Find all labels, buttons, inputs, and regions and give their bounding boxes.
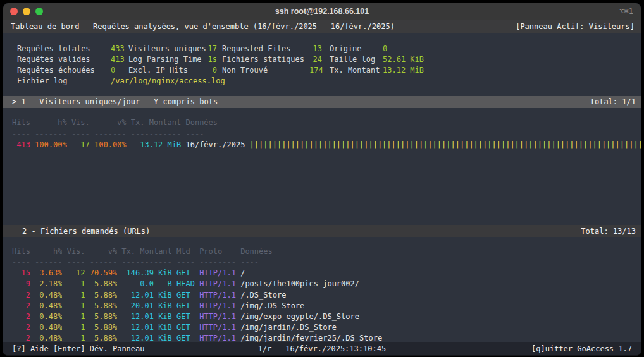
stat-label: Non Trouvé: [222, 66, 309, 75]
stat-value: 0: [111, 66, 128, 75]
col-vis: Vis.: [67, 247, 85, 256]
active-panel-indicator: [Panneau Actif: Visiteurs]: [516, 22, 635, 31]
visitors-cell: 1: [67, 279, 85, 288]
stat-label: Requêtes valides: [17, 55, 111, 64]
zoom-button[interactable]: [35, 8, 43, 15]
tx-amount-cell: 13.12 MiB: [131, 140, 181, 149]
quit-hint: [q]uitter GoAccess 1.7: [531, 344, 632, 353]
stat-value: 13: [309, 44, 322, 53]
stat-label: Origine: [330, 44, 383, 53]
stat-value: 24: [309, 55, 322, 64]
col-tx: Tx. Montant: [131, 118, 181, 127]
dashboard-header: Tableau de bord - Requêtes analysées, vu…: [3, 20, 641, 33]
visitors-percent-cell: 100.00%: [94, 140, 127, 149]
table-row: 9 2.18% 1 5.88% 0.0 B HEAD HTTP/1.1 /pos…: [3, 279, 641, 289]
hits-percent-cell: 0.48%: [35, 312, 62, 321]
url-cell: /img/expo-egypte/.DS_Store: [240, 312, 359, 321]
visitors-percent-cell: 5.88%: [90, 279, 117, 288]
tx-amount-cell: 0.0 B: [121, 279, 171, 288]
hits-cell: 2: [12, 291, 30, 300]
terminal-screen[interactable]: Tableau de bord - Requêtes analysées, vu…: [3, 20, 641, 355]
col-proto: Proto: [199, 247, 236, 256]
stat-value: 0: [203, 66, 217, 75]
method-cell: GET: [176, 323, 195, 332]
col-mtd: Mtd: [176, 247, 195, 256]
terminal-window: ssh root@192.168.66.101 ⌥⌘1 Tableau de b…: [3, 3, 641, 356]
method-cell: HEAD: [176, 279, 195, 288]
stat-label: Log Parsing Time: [128, 55, 203, 64]
hits-percent-cell: 2.18%: [35, 279, 62, 288]
summary-row: Requêtes totales 433 Visiteurs uniques 1…: [3, 43, 641, 54]
divider: ----: [12, 130, 30, 138]
hits-percent-cell: 100.00%: [35, 140, 67, 149]
log-file-label: Fichier log: [17, 76, 111, 85]
traffic-lights: [3, 8, 43, 15]
col-hpct: h%: [35, 247, 62, 256]
minimize-button[interactable]: [23, 8, 30, 15]
url-cell: /img/jardin/.DS_Store: [240, 323, 337, 332]
url-cell: /: [240, 269, 245, 277]
table-row: 2 0.48% 1 5.88% 20.01 KiB GET HTTP/1.1 /…: [3, 300, 641, 311]
sparkline-bars: ||||||||||||||||||||||||||||||||||||||||…: [250, 140, 641, 149]
hits-cell: 2: [12, 323, 30, 332]
panel-total-badge: Total: 13/13: [581, 227, 641, 236]
protocol-cell: HTTP/1.1: [199, 301, 236, 310]
panel-requested-files-header[interactable]: 2 - Fichiers demandés (URLs) Total: 13/1…: [3, 225, 641, 237]
hits-cell: 413: [12, 140, 30, 149]
visitors-percent-cell: 5.88%: [90, 323, 117, 332]
stat-value: 52.61 KiB: [383, 55, 424, 64]
stat-label: Fichiers statiques: [222, 55, 309, 64]
visitors-percent-cell: 5.88%: [90, 301, 117, 310]
divider: ----: [71, 130, 90, 138]
tx-amount-cell: 20.01 KiB: [121, 301, 171, 310]
panel-total-badge: Total: 1/1: [590, 97, 641, 106]
stat-value: 1s: [203, 55, 217, 64]
method-cell: GET: [176, 269, 195, 277]
dashboard-title: Tableau de bord - Requêtes analysées, vu…: [11, 22, 395, 31]
url-cell: /.DS_Store: [240, 291, 286, 300]
panel-unique-visitors-header[interactable]: > 1 - Visiteurs uniques/jour - Y compris…: [3, 96, 641, 108]
unique-visitors-table: Hits h% Vis. v% Tx. Montant Données ----…: [3, 118, 641, 150]
divider: ----: [240, 258, 259, 267]
col-vis: Vis.: [71, 118, 90, 127]
help-shortcut-hint: [?] Aide [Enter] Dév. Panneau: [12, 344, 145, 353]
divider: -------: [35, 130, 67, 138]
col-data: Données: [240, 247, 273, 256]
hits-cell: 9: [12, 279, 30, 288]
visitors-cell: 1: [67, 301, 85, 310]
visitors-cell: 1: [67, 323, 85, 332]
stat-value: 0: [383, 44, 387, 53]
divider: ----: [12, 258, 30, 267]
divider: --------: [199, 258, 236, 267]
divider: ------: [35, 258, 62, 267]
visitors-percent-cell: 5.88%: [90, 312, 117, 321]
visitors-cell: 12: [67, 269, 85, 277]
protocol-cell: HTTP/1.1: [199, 323, 236, 332]
summary-row: Requêtes échouées 0 Excl. IP Hits 0 Non …: [3, 64, 641, 75]
requested-files-table: Hits h% Vis. v% Tx. Montant Mtd Proto Do…: [3, 246, 641, 344]
visitors-cell: 17: [71, 140, 90, 149]
divider: -----------: [131, 130, 181, 138]
table-row: 2 0.48% 1 5.88% 12.01 KiB GET HTTP/1.1 /…: [3, 311, 641, 322]
summary-block: Requêtes totales 433 Visiteurs uniques 1…: [3, 43, 641, 87]
close-button[interactable]: [10, 8, 18, 15]
col-tx: Tx. Montant: [121, 247, 171, 256]
window-titlebar: ssh root@192.168.66.101 ⌥⌘1: [3, 3, 641, 20]
col-data: Données: [185, 118, 245, 127]
divider: -------: [94, 130, 127, 138]
panel-title: > 1 - Visiteurs uniques/jour - Y compris…: [12, 97, 218, 106]
table-row: 2 0.48% 1 5.88% 12.01 KiB GET HTTP/1.1 /…: [3, 289, 641, 300]
table-header-row: Hits h% Vis. v% Tx. Montant Données: [3, 118, 641, 128]
stat-label: Requêtes échouées: [17, 66, 111, 75]
col-vpct: v%: [90, 247, 117, 256]
hits-cell: 2: [12, 312, 30, 321]
table-row: 2 0.48% 1 5.88% 12.01 KiB GET HTTP/1.1 /…: [3, 322, 641, 333]
tx-amount-cell: 12.01 KiB: [121, 291, 171, 300]
protocol-cell: HTTP/1.1: [199, 312, 236, 321]
divider: ----: [176, 258, 195, 267]
hits-percent-cell: 0.48%: [35, 291, 62, 300]
hits-cell: 15: [12, 269, 30, 277]
divider: ------: [90, 258, 117, 267]
stat-value: 413: [111, 55, 128, 64]
table-row: 15 3.63% 12 70.59% 146.39 KiB GET HTTP/1…: [3, 268, 641, 279]
